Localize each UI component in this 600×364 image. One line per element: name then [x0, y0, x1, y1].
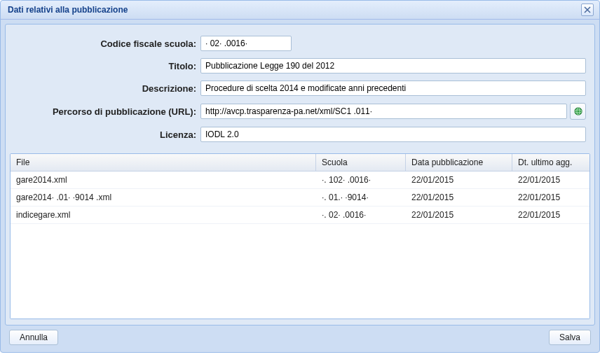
col-header-file[interactable]: File — [11, 154, 316, 171]
dialog-window: Dati relativi alla pubblicazione Codice … — [0, 0, 600, 353]
grid-body[interactable]: gare2014.xml ·. 102· .0016· 22/01/2015 2… — [11, 172, 589, 318]
close-icon — [584, 6, 591, 13]
table-row[interactable]: gare2014.xml ·. 102· .0016· 22/01/2015 2… — [11, 172, 589, 189]
footer: Annulla Salva — [5, 326, 595, 348]
cell-agg: 22/01/2015 — [512, 189, 589, 206]
window-title: Dati relativi alla pubblicazione — [8, 5, 128, 15]
label-url: Percorso di pubblicazione (URL): — [14, 106, 200, 117]
form: Codice fiscale scuola: Titolo: Descrizio… — [10, 30, 590, 153]
table-row[interactable]: indicegare.xml ·. 02· .0016· 22/01/2015 … — [11, 206, 589, 224]
label-codice-fiscale: Codice fiscale scuola: — [14, 38, 200, 49]
globe-icon — [573, 106, 583, 116]
cell-agg: 22/01/2015 — [512, 172, 589, 188]
col-header-data-pubblicazione[interactable]: Data pubblicazione — [406, 154, 512, 171]
row-codice-fiscale: Codice fiscale scuola: — [14, 36, 586, 51]
label-licenza: Licenza: — [14, 130, 200, 140]
cell-scuola: ·. 02· .0016· — [316, 206, 406, 223]
save-button[interactable]: Salva — [549, 330, 591, 345]
cell-data: 22/01/2015 — [406, 189, 512, 206]
cell-data: 22/01/2015 — [406, 172, 512, 188]
label-titolo: Titolo: — [14, 61, 200, 71]
cell-agg: 22/01/2015 — [512, 206, 589, 223]
cell-file: gare2014· .01· ·9014 .xml — [11, 189, 316, 206]
cancel-button[interactable]: Annulla — [9, 330, 58, 345]
row-titolo: Titolo: — [14, 58, 586, 74]
inner-panel: Codice fiscale scuola: Titolo: Descrizio… — [5, 24, 595, 326]
col-header-scuola[interactable]: Scuola — [316, 154, 406, 171]
row-url: Percorso di pubblicazione (URL): — [14, 103, 586, 120]
cell-file: gare2014.xml — [11, 172, 316, 188]
files-grid: File Scuola Data pubblicazione Dt. ultim… — [10, 153, 590, 319]
col-header-dt-ultimo-agg[interactable]: Dt. ultimo agg. — [512, 154, 589, 171]
titlebar: Dati relativi alla pubblicazione — [1, 1, 599, 20]
row-descrizione: Descrizione: — [14, 80, 586, 96]
cell-file: indicegare.xml — [11, 206, 316, 223]
input-licenza[interactable] — [200, 127, 586, 142]
table-row[interactable]: gare2014· .01· ·9014 .xml ·. 01.· ·9014·… — [11, 189, 589, 206]
input-codice-fiscale[interactable] — [200, 36, 292, 51]
cell-scuola: ·. 102· .0016· — [316, 172, 406, 188]
window-body: Codice fiscale scuola: Titolo: Descrizio… — [1, 20, 599, 352]
cell-data: 22/01/2015 — [406, 206, 512, 223]
close-button[interactable] — [581, 4, 594, 16]
cell-scuola: ·. 01.· ·9014· — [316, 189, 406, 206]
input-url[interactable] — [200, 104, 567, 119]
input-titolo[interactable] — [200, 58, 586, 74]
grid-header: File Scuola Data pubblicazione Dt. ultim… — [11, 154, 589, 172]
svg-point-2 — [574, 108, 582, 115]
input-descrizione[interactable] — [200, 80, 586, 96]
open-url-button[interactable] — [570, 103, 586, 120]
label-descrizione: Descrizione: — [14, 83, 200, 94]
row-licenza: Licenza: — [14, 127, 586, 142]
